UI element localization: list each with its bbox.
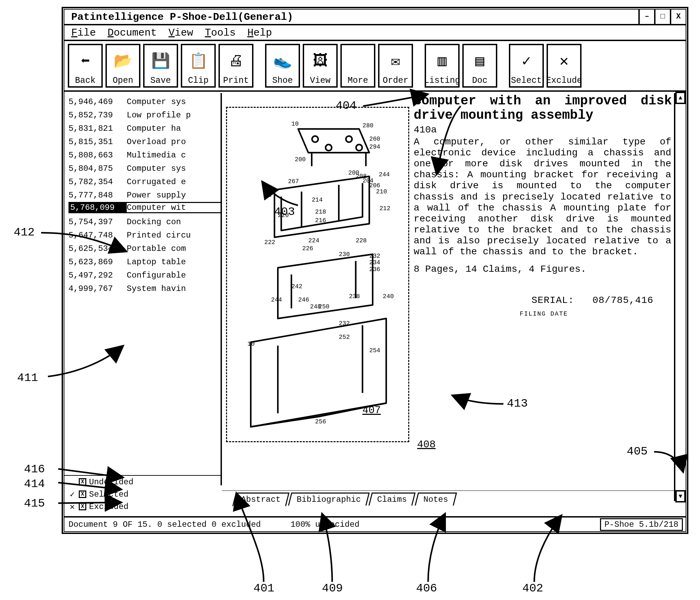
- menu-view[interactable]: View: [168, 25, 193, 40]
- patent-title-snippet: Corrugated e: [127, 175, 221, 189]
- menu-document[interactable]: Document: [108, 25, 157, 40]
- svg-text:250: 250: [318, 303, 329, 310]
- maximize-icon[interactable]: □: [654, 10, 670, 24]
- listing-button[interactable]: ▥ Listing: [425, 44, 460, 88]
- tab-claims[interactable]: Claims: [368, 493, 416, 506]
- svg-text:246: 246: [298, 296, 309, 303]
- back-button[interactable]: ⬅ Back: [68, 44, 103, 88]
- vertical-scrollbar[interactable]: ▲ ▼: [674, 93, 686, 501]
- patent-title-snippet: Multimedia c: [127, 149, 221, 162]
- list-item[interactable]: 5,754,397Docking con: [68, 215, 221, 229]
- list-item[interactable]: 5,804,875Computer sys: [68, 162, 221, 175]
- tab-abstract[interactable]: Abstract: [232, 493, 289, 507]
- list-item[interactable]: 5,497,292Configurable: [68, 269, 221, 282]
- list-item[interactable]: 5,777,848Power supply: [68, 189, 221, 202]
- list-item[interactable]: 5,815,351Overload pro: [68, 135, 221, 149]
- svg-text:238: 238: [349, 293, 360, 300]
- checkbox-icon[interactable]: X: [79, 490, 86, 498]
- patent-title-snippet: Computer ha: [127, 122, 221, 135]
- svg-text:214: 214: [312, 196, 323, 203]
- patent-number: 5,831,821: [68, 122, 127, 135]
- svg-text:200: 200: [348, 169, 359, 176]
- checkbox-icon[interactable]: X: [79, 503, 86, 510]
- list-item[interactable]: 5,946,469Computer sys: [68, 95, 221, 108]
- filter-undecided[interactable]: X Undecided: [68, 476, 222, 488]
- callout-402: 402: [522, 582, 543, 595]
- scroll-up-icon[interactable]: ▲: [675, 92, 686, 104]
- check-mark-icon: ✓: [68, 489, 76, 499]
- callout-412: 412: [14, 226, 35, 239]
- list-item[interactable]: 5,831,821Computer ha: [68, 122, 221, 135]
- exclude-button[interactable]: ✕ Exclude: [547, 44, 582, 88]
- list-item[interactable]: 5,647,748Printed circu: [68, 229, 221, 242]
- list-item[interactable]: 5,625,534Portable com: [68, 242, 221, 255]
- x-icon: ✕: [560, 47, 569, 74]
- open-button[interactable]: 📂 Open: [105, 44, 140, 88]
- clip-button[interactable]: 📋 Clip: [181, 44, 216, 88]
- version-label: P-Shoe 5.1b/218: [600, 518, 683, 531]
- serial-line: SERIAL: 08/785,416: [414, 295, 674, 306]
- results-list[interactable]: 5,946,469Computer sys5,852,739Low profil…: [64, 93, 222, 485]
- list-item[interactable]: 5,808,663Multimedia c: [68, 149, 221, 162]
- callout-408: 408: [417, 439, 436, 450]
- svg-text:10: 10: [247, 341, 254, 347]
- svg-text:254: 254: [369, 347, 380, 354]
- select-button[interactable]: ✓ Select: [509, 44, 544, 88]
- filter-selected[interactable]: ✓ X Selected: [68, 488, 222, 500]
- patent-title-snippet: Configurable: [127, 269, 221, 282]
- svg-text:216: 216: [315, 217, 326, 224]
- callout-409: 409: [322, 582, 343, 595]
- patent-title-snippet: Laptop table: [127, 255, 221, 269]
- patent-number: 5,647,748: [68, 229, 127, 242]
- patent-number: 5,623,869: [68, 255, 127, 269]
- menu-file[interactable]: File: [71, 25, 96, 40]
- patent-number: 5,768,099: [68, 202, 127, 213]
- list-item[interactable]: 5,623,869Laptop table: [68, 255, 221, 269]
- shoe-button[interactable]: 👟 Shoe: [265, 44, 300, 88]
- close-icon[interactable]: X: [670, 10, 686, 24]
- list-item[interactable]: 5,852,739Low profile p: [68, 108, 221, 122]
- callout-407: 407: [362, 405, 381, 416]
- list-item[interactable]: 4,999,767System havin: [68, 282, 221, 295]
- svg-text:256: 256: [315, 418, 326, 425]
- menu-tools[interactable]: Tools: [205, 25, 236, 40]
- svg-text:10: 10: [291, 120, 299, 127]
- patent-number: 5,625,534: [68, 242, 127, 255]
- more-button[interactable]: More: [340, 44, 375, 88]
- list-item[interactable]: 5,768,099Computer wit: [68, 202, 221, 215]
- order-button[interactable]: ✉︎ Order: [378, 44, 413, 88]
- svg-text:252: 252: [339, 334, 350, 341]
- list-item[interactable]: 5,782,354Corrugated e: [68, 175, 221, 189]
- tab-bibliographic[interactable]: Bibliographic: [288, 493, 370, 506]
- arrow-left-icon: ⬅: [81, 47, 90, 74]
- print-button[interactable]: 🖨 Print: [218, 44, 253, 88]
- patent-title-snippet: Overload pro: [127, 135, 221, 149]
- filter-panel: X Undecided ✓ X Selected ✕ X Excluded: [64, 475, 222, 516]
- filter-excluded[interactable]: ✕ X Excluded: [68, 500, 222, 513]
- patent-number: 5,946,469: [68, 95, 127, 108]
- minimize-icon[interactable]: –: [638, 10, 654, 24]
- patent-number: 5,497,292: [68, 269, 127, 282]
- check-icon: ✓: [522, 47, 531, 74]
- menu-help[interactable]: Help: [247, 25, 272, 40]
- patent-number: 5,804,875: [68, 162, 127, 175]
- window-title: Patintelligence P-Shoe-Dell(General): [71, 10, 638, 24]
- svg-text:224: 224: [308, 237, 319, 244]
- status-bar: Document 9 OF 15. 0 selected 0 excluded …: [64, 516, 686, 531]
- save-button[interactable]: 💾 Save: [143, 44, 178, 88]
- svg-text:294: 294: [369, 143, 380, 150]
- callout-416: 416: [24, 463, 45, 476]
- patent-number: 5,777,848: [68, 189, 127, 202]
- patent-title-snippet: Printed circu: [127, 229, 221, 242]
- doc-button[interactable]: ▤ Doc: [462, 44, 497, 88]
- tab-notes[interactable]: Notes: [415, 493, 457, 506]
- callout-403: 403: [274, 205, 295, 218]
- checkbox-icon[interactable]: X: [79, 478, 86, 486]
- view-button[interactable]: 🖼 View: [303, 44, 338, 88]
- toolbar: ⬅ Back 📂 Open 💾 Save 📋 Clip 🖨 Print �: [64, 41, 686, 92]
- svg-text:232: 232: [369, 253, 380, 259]
- svg-text:242: 242: [291, 283, 302, 290]
- scroll-down-icon[interactable]: ▼: [675, 490, 686, 502]
- status-counts: Document 9 OF 15. 0 selected 0 excluded: [68, 520, 261, 529]
- status-undecided: 100% undecided: [290, 520, 360, 529]
